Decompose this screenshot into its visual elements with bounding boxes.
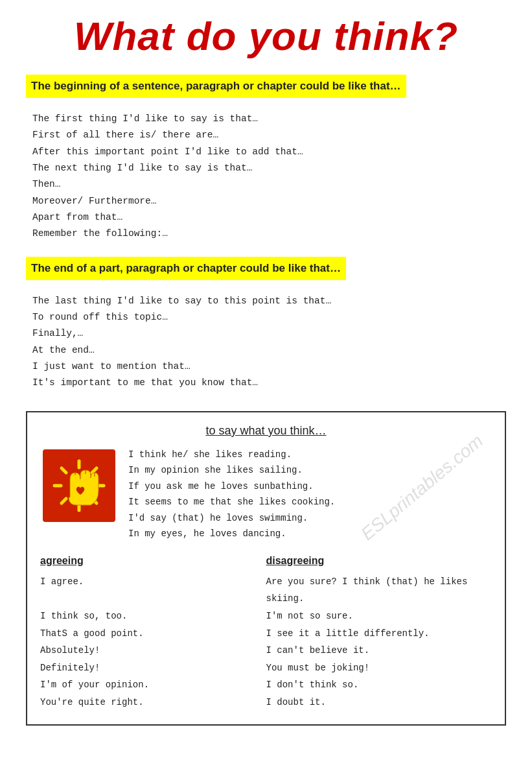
page-title: What do you think? [26, 13, 506, 59]
list-item: The next thing I'd like to say is that… [32, 160, 506, 176]
list-item: Absolutely! [40, 642, 266, 659]
section-beginning: The beginning of a sentence, paragraph o… [26, 75, 506, 243]
list-item: You must be joking! [266, 659, 492, 677]
hand-illustration [40, 447, 118, 525]
list-item: I can't believe it. [266, 642, 492, 659]
list-item: Are you sure? I think (that) he likes sk… [266, 573, 492, 608]
opinion-box: ESLprintables.com to say what you think… [26, 411, 506, 726]
list-item: To round off this topic… [32, 309, 506, 326]
agreeing-disagreeing-section: agreeing I agree. I think so, too. ThatS… [40, 555, 492, 711]
agreeing-title: agreeing [40, 555, 266, 567]
list-item [40, 590, 266, 608]
list-item: At the end… [32, 342, 506, 359]
box-main-content: I think he/ she likes reading. In my opi… [40, 447, 492, 542]
list-item: I just want to mention that… [32, 359, 506, 375]
list-item: You're quite right. [40, 694, 266, 711]
box-title: to say what you think… [40, 424, 492, 438]
list-item: It seems to me that she likes cooking. [128, 494, 492, 510]
list-item: I think he/ she likes reading. [128, 447, 492, 463]
list-item: In my opinion she likes sailing. [128, 462, 492, 479]
section2-heading: The end of a part, paragraph or chapter … [26, 257, 346, 280]
section1-phrases: The first thing I'd like to say is that…… [32, 111, 506, 243]
list-item: Moreover/ Furthermore… [32, 193, 506, 209]
agreeing-column: agreeing I agree. I think so, too. ThatS… [40, 555, 266, 711]
section2-phrases: The last thing I'd like to say to this p… [32, 293, 506, 392]
disagreeing-phrases: Are you sure? I think (that) he likes sk… [266, 573, 492, 711]
list-item: Then… [32, 176, 506, 193]
opinion-phrases: I think he/ she likes reading. In my opi… [128, 447, 492, 542]
list-item: The first thing I'd like to say is that… [32, 111, 506, 127]
list-item: I see it a little differently. [266, 625, 492, 643]
list-item: In my eyes, he loves dancing. [128, 526, 492, 542]
list-item: After this important point I'd like to a… [32, 144, 506, 160]
list-item: If you ask me he loves sunbathing. [128, 479, 492, 495]
section1-heading: The beginning of a sentence, paragraph o… [26, 75, 406, 98]
list-item: Finally,… [32, 326, 506, 342]
list-item: It's important to me that you know that… [32, 375, 506, 391]
list-item: I doubt it. [266, 694, 492, 711]
list-item: I'd say (that) he loves swimming. [128, 510, 492, 527]
agreeing-phrases: I agree. I think so, too. ThatS a good p… [40, 573, 266, 711]
list-item: Remember the following:… [32, 226, 506, 242]
list-item: Definitely! [40, 659, 266, 677]
list-item: The last thing I'd like to say to this p… [32, 293, 506, 309]
list-item: Apart from that… [32, 209, 506, 226]
list-item: First of all there is/ there are… [32, 127, 506, 143]
list-item: I'm not so sure. [266, 608, 492, 625]
section-ending: The end of a part, paragraph or chapter … [26, 257, 506, 392]
list-item: ThatS a good point. [40, 625, 266, 643]
disagreeing-title: disagreeing [266, 555, 492, 567]
list-item: I'm of your opinion. [40, 676, 266, 694]
list-item: I don't think so. [266, 676, 492, 694]
list-item: I think so, too. [40, 608, 266, 625]
list-item: I agree. [40, 573, 266, 591]
disagreeing-column: disagreeing Are you sure? I think (that)… [266, 555, 492, 711]
